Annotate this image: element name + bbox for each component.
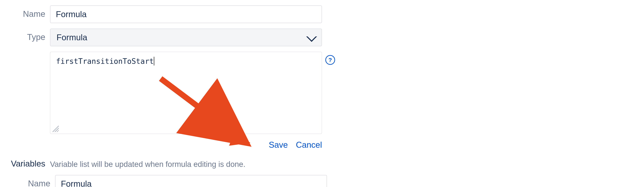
name-row: Name: [8, 5, 322, 23]
name-label: Name: [8, 5, 45, 19]
formula-actions: Save Cancel: [50, 140, 322, 150]
name-input[interactable]: [50, 5, 322, 23]
formula-text: firstTransitionToStart: [56, 57, 154, 66]
type-select[interactable]: Formula: [50, 29, 322, 46]
variables-hint: Variable list will be updated when formu…: [50, 155, 322, 169]
name-field-wrap: [55, 175, 327, 187]
help-icon[interactable]: ?: [325, 55, 335, 65]
formula-row: firstTransitionToStart ? Save Cancel: [8, 52, 322, 150]
save-button[interactable]: Save: [269, 140, 288, 150]
chevron-down-icon: [306, 31, 317, 42]
name-label: Name: [14, 175, 50, 187]
name-row: Name: [14, 175, 327, 187]
type-label: Type: [8, 29, 45, 42]
text-caret: [154, 57, 154, 66]
name-field-wrap: [50, 5, 322, 23]
variables-hint-wrap: Variable list will be updated when formu…: [50, 155, 322, 169]
type-field-wrap: Formula: [50, 29, 322, 46]
name-input[interactable]: [55, 175, 327, 187]
help-circle-icon: ?: [325, 55, 335, 65]
formula-editor-panel-readonly: Name Type Formula firstTransitionToStart…: [14, 169, 327, 187]
formula-label-empty: [8, 52, 45, 55]
type-select-value: Formula: [56, 33, 87, 42]
variables-label: Variables: [8, 155, 45, 168]
type-row: Type Formula: [8, 29, 322, 46]
formula-editor-panel-editing: Name Type Formula firstTransitionToStart…: [8, 0, 322, 169]
formula-textarea[interactable]: firstTransitionToStart: [50, 52, 322, 134]
variables-row: Variables Variable list will be updated …: [8, 155, 322, 169]
cancel-button[interactable]: Cancel: [296, 140, 322, 150]
resize-grip-icon[interactable]: [52, 125, 59, 132]
formula-field-wrap: firstTransitionToStart ? Save Cancel: [50, 52, 322, 150]
